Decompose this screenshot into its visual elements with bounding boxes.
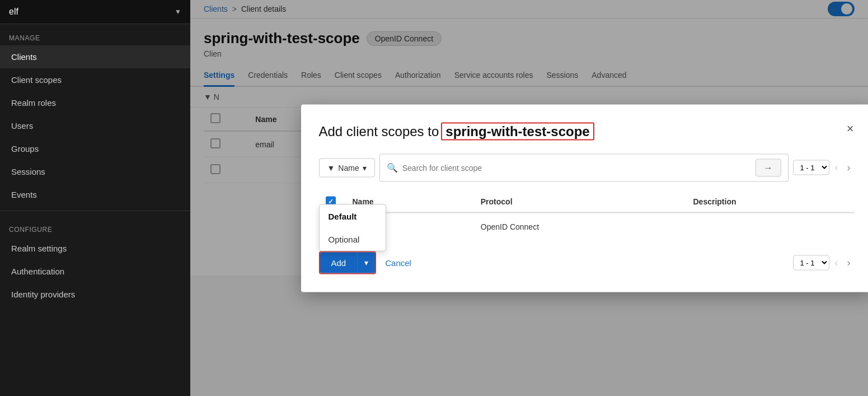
sidebar-item-authentication[interactable]: Authentication xyxy=(0,260,190,283)
sidebar-item-label: Realm settings xyxy=(11,244,67,253)
search-row: ▼ Name ▾ 🔍 → 1 - 1 ‹ › xyxy=(319,153,854,181)
bottom-next-page-button[interactable]: › xyxy=(844,254,854,271)
realm-dropdown-icon: ▼ xyxy=(175,8,181,16)
modal-title: Add client scopes to spring-with-test-sc… xyxy=(319,122,594,140)
chevron-down-icon: ▾ xyxy=(363,163,367,172)
configure-section-label: Configure xyxy=(0,216,190,237)
add-dropdown-toggle[interactable]: ▾ xyxy=(357,252,375,273)
main-content: Clients > Client details spring-with-tes… xyxy=(190,0,868,396)
modal-header: Add client scopes to spring-with-test-sc… xyxy=(319,122,854,140)
add-client-scopes-modal: Add client scopes to spring-with-test-sc… xyxy=(301,104,869,292)
add-dropdown-container: Default Optional Add ▾ xyxy=(319,251,377,274)
bottom-prev-page-button[interactable]: ‹ xyxy=(832,254,842,271)
sidebar-item-label: Sessions xyxy=(11,167,45,176)
realm-selector[interactable]: elf ▼ xyxy=(0,0,190,24)
bottom-pagination: 1 - 1 ‹ › xyxy=(793,254,854,271)
add-type-dropdown: Default Optional xyxy=(319,204,386,251)
sidebar-item-label: Identity providers xyxy=(11,290,75,299)
filter-icon: ▼ xyxy=(327,163,335,172)
modal-title-client-name: spring-with-test-scope xyxy=(441,122,594,140)
modal-title-prefix: Add client scopes to xyxy=(319,123,439,139)
dropdown-item-default[interactable]: Default xyxy=(320,204,386,227)
col-description: Description xyxy=(686,190,853,212)
sidebar-item-client-scopes[interactable]: Client scopes xyxy=(0,68,190,91)
sidebar-item-label: Groups xyxy=(11,144,39,153)
search-go-button[interactable]: → xyxy=(756,159,781,176)
search-icon: 🔍 xyxy=(387,162,398,173)
add-button[interactable]: Add xyxy=(320,252,358,273)
sidebar-item-label: Events xyxy=(11,190,37,199)
modal-close-button[interactable]: × xyxy=(847,122,854,134)
pagination-right: 1 - 1 ‹ › xyxy=(793,160,854,176)
sidebar-item-identity-providers[interactable]: Identity providers xyxy=(0,283,190,306)
table-row: cs-elf OpenID Connect xyxy=(319,212,854,240)
filter-button[interactable]: ▼ Name ▾ xyxy=(319,158,375,177)
sidebar: elf ▼ Manage Clients Client scopes Realm… xyxy=(0,0,190,396)
sidebar-item-label: Client scopes xyxy=(11,75,62,85)
cancel-button[interactable]: Cancel xyxy=(376,252,420,273)
next-page-button[interactable]: › xyxy=(844,160,854,176)
sidebar-item-events[interactable]: Events xyxy=(0,183,190,206)
sidebar-item-groups[interactable]: Groups xyxy=(0,137,190,160)
sidebar-item-sessions[interactable]: Sessions xyxy=(0,160,190,183)
bottom-left: Default Optional Add ▾ Cancel xyxy=(319,251,420,274)
page-range-select[interactable]: 1 - 1 xyxy=(793,160,829,175)
sidebar-item-clients[interactable]: Clients xyxy=(0,45,190,68)
sidebar-item-label: Users xyxy=(11,121,33,131)
search-input[interactable] xyxy=(402,163,751,172)
bottom-page-range-select[interactable]: 1 - 1 xyxy=(793,255,829,270)
prev-page-button[interactable]: ‹ xyxy=(832,160,842,176)
sidebar-item-realm-roles[interactable]: Realm roles xyxy=(0,91,190,114)
modal-bottom: Default Optional Add ▾ Cancel 1 - 1 ‹ › xyxy=(319,251,854,274)
scopes-table: Name Protocol Description cs-e xyxy=(319,190,854,240)
col-protocol: Protocol xyxy=(474,190,687,212)
sidebar-item-label: Clients xyxy=(11,52,37,62)
filter-label: Name xyxy=(338,163,359,172)
sidebar-divider xyxy=(0,211,190,211)
add-button-wrap: Add ▾ xyxy=(319,251,377,274)
dropdown-item-optional[interactable]: Optional xyxy=(320,227,386,250)
manage-section-label: Manage xyxy=(0,24,190,45)
search-input-wrap: 🔍 → xyxy=(379,153,789,181)
sidebar-item-realm-settings[interactable]: Realm settings xyxy=(0,237,190,260)
sidebar-item-label: Authentication xyxy=(11,267,64,276)
realm-name: elf xyxy=(9,7,18,17)
sidebar-item-users[interactable]: Users xyxy=(0,114,190,137)
sidebar-item-label: Realm roles xyxy=(11,98,56,108)
